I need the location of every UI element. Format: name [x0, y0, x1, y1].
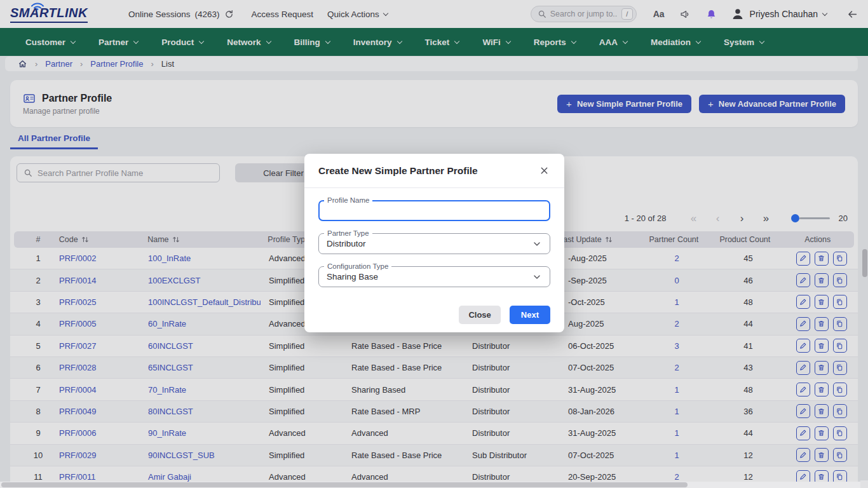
chevron-down-icon [532, 272, 542, 282]
close-button[interactable]: Close [459, 306, 500, 324]
horizontal-scrollbar-thumb[interactable] [1, 482, 688, 487]
profile-name-field: Profile Name [318, 200, 550, 221]
create-simple-partner-profile-dialog: Create New Simple Partner Profile Profil… [304, 154, 564, 332]
partner-type-field: Partner Type Distributor [318, 233, 550, 254]
configuration-type-value: Sharing Base [327, 272, 378, 281]
chevron-down-icon [532, 239, 542, 249]
vertical-scrollbar[interactable] [862, 249, 867, 277]
modal-title: Create New Simple Partner Profile [318, 165, 478, 177]
next-button[interactable]: Next [510, 306, 550, 324]
partner-type-value: Distributor [327, 239, 366, 248]
configuration-type-field: Configuration Type Sharing Base [318, 266, 550, 287]
scrollbar-corner [860, 480, 868, 488]
partner-type-label: Partner Type [324, 229, 372, 238]
configuration-type-label: Configuration Type [324, 262, 391, 271]
close-icon[interactable] [538, 165, 550, 177]
profile-name-label: Profile Name [324, 196, 372, 205]
